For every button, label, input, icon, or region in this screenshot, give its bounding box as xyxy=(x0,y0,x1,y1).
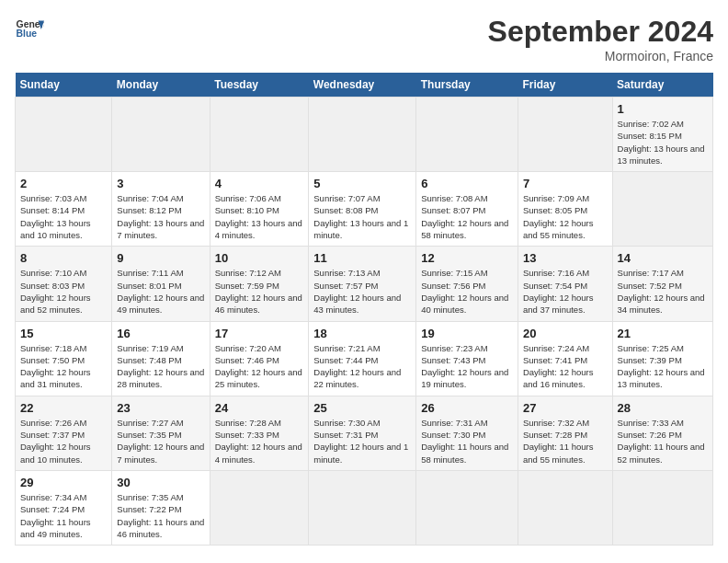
calendar-cell: 8Sunrise: 7:10 AMSunset: 8:03 PMDaylight… xyxy=(16,247,112,321)
calendar-cell: 19Sunrise: 7:23 AMSunset: 7:43 PMDayligh… xyxy=(416,321,518,396)
calendar-cell xyxy=(416,470,518,545)
day-info: Sunrise: 7:04 AMSunset: 8:12 PMDaylight:… xyxy=(117,192,204,241)
day-number: 16 xyxy=(117,327,204,340)
day-info: Sunrise: 7:07 AMSunset: 8:08 PMDaylight:… xyxy=(313,192,411,241)
calendar-cell: 18Sunrise: 7:21 AMSunset: 7:44 PMDayligh… xyxy=(309,321,416,396)
day-number: 15 xyxy=(20,327,107,340)
day-info: Sunrise: 7:16 AMSunset: 7:54 PMDaylight:… xyxy=(523,267,608,316)
svg-text:Blue: Blue xyxy=(17,29,38,39)
day-number: 30 xyxy=(117,476,204,489)
day-info: Sunrise: 7:18 AMSunset: 7:50 PMDaylight:… xyxy=(20,342,107,391)
day-info: Sunrise: 7:12 AMSunset: 7:59 PMDaylight:… xyxy=(215,267,304,316)
day-header-saturday: Saturday xyxy=(612,73,712,98)
day-info: Sunrise: 7:23 AMSunset: 7:43 PMDaylight:… xyxy=(421,342,513,391)
day-info: Sunrise: 7:09 AMSunset: 8:05 PMDaylight:… xyxy=(523,192,608,241)
calendar-cell: 9Sunrise: 7:11 AMSunset: 8:01 PMDaylight… xyxy=(112,247,210,321)
calendar-cell: 3Sunrise: 7:04 AMSunset: 8:12 PMDaylight… xyxy=(112,172,210,247)
header-row: SundayMondayTuesdayWednesdayThursdayFrid… xyxy=(16,73,713,98)
calendar-cell xyxy=(518,98,612,172)
day-number: 5 xyxy=(313,177,411,190)
calendar-cell xyxy=(309,98,416,172)
calendar-cell: 22Sunrise: 7:26 AMSunset: 7:37 PMDayligh… xyxy=(16,396,112,470)
calendar-cell xyxy=(112,98,210,172)
calendar-cell xyxy=(309,470,416,545)
day-number: 27 xyxy=(523,401,608,415)
day-info: Sunrise: 7:30 AMSunset: 7:31 PMDaylight:… xyxy=(313,417,411,465)
day-number: 24 xyxy=(215,401,304,415)
day-info: Sunrise: 7:32 AMSunset: 7:28 PMDaylight:… xyxy=(523,417,608,465)
calendar-cell: 1Sunrise: 7:02 AMSunset: 8:15 PMDaylight… xyxy=(612,98,712,172)
day-info: Sunrise: 7:33 AMSunset: 7:26 PMDaylight:… xyxy=(618,417,708,465)
calendar-cell: 15Sunrise: 7:18 AMSunset: 7:50 PMDayligh… xyxy=(16,321,112,396)
day-info: Sunrise: 7:15 AMSunset: 7:56 PMDaylight:… xyxy=(421,267,513,316)
logo: General Blue xyxy=(15,15,44,44)
calendar-cell: 29Sunrise: 7:34 AMSunset: 7:24 PMDayligh… xyxy=(16,470,112,545)
calendar-cell: 13Sunrise: 7:16 AMSunset: 7:54 PMDayligh… xyxy=(518,247,612,321)
day-number: 10 xyxy=(215,251,304,265)
day-number: 3 xyxy=(117,177,204,190)
day-info: Sunrise: 7:24 AMSunset: 7:41 PMDaylight:… xyxy=(523,342,608,391)
day-info: Sunrise: 7:13 AMSunset: 7:57 PMDaylight:… xyxy=(313,267,411,316)
calendar-cell: 24Sunrise: 7:28 AMSunset: 7:33 PMDayligh… xyxy=(210,396,309,470)
day-number: 13 xyxy=(523,251,608,265)
day-number: 14 xyxy=(618,251,708,265)
day-info: Sunrise: 7:25 AMSunset: 7:39 PMDaylight:… xyxy=(618,342,708,391)
day-info: Sunrise: 7:31 AMSunset: 7:30 PMDaylight:… xyxy=(421,417,513,465)
calendar-cell: 30Sunrise: 7:35 AMSunset: 7:22 PMDayligh… xyxy=(112,470,210,545)
day-number: 11 xyxy=(313,251,411,265)
day-header-thursday: Thursday xyxy=(416,73,518,98)
title-block: September 2024 Mormoiron, France xyxy=(488,15,713,63)
logo-icon: General Blue xyxy=(15,15,44,44)
day-number: 6 xyxy=(421,177,513,190)
day-info: Sunrise: 7:26 AMSunset: 7:37 PMDaylight:… xyxy=(20,417,107,465)
day-info: Sunrise: 7:35 AMSunset: 7:22 PMDaylight:… xyxy=(117,491,204,540)
calendar-cell: 6Sunrise: 7:08 AMSunset: 8:07 PMDaylight… xyxy=(416,172,518,247)
day-number: 19 xyxy=(421,327,513,340)
calendar-cell: 26Sunrise: 7:31 AMSunset: 7:30 PMDayligh… xyxy=(416,396,518,470)
day-number: 29 xyxy=(20,476,107,489)
week-row-4: 15Sunrise: 7:18 AMSunset: 7:50 PMDayligh… xyxy=(16,321,713,396)
main-title: September 2024 xyxy=(488,15,713,49)
day-number: 22 xyxy=(20,401,107,415)
calendar-cell: 21Sunrise: 7:25 AMSunset: 7:39 PMDayligh… xyxy=(612,321,712,396)
week-row-2: 2Sunrise: 7:03 AMSunset: 8:14 PMDaylight… xyxy=(16,172,713,247)
day-header-sunday: Sunday xyxy=(16,73,112,98)
day-number: 28 xyxy=(618,401,708,415)
day-info: Sunrise: 7:03 AMSunset: 8:14 PMDaylight:… xyxy=(20,192,107,241)
page-header: General Blue September 2024 Mormoiron, F… xyxy=(15,15,713,63)
day-number: 21 xyxy=(618,327,708,340)
day-info: Sunrise: 7:27 AMSunset: 7:35 PMDaylight:… xyxy=(117,417,204,465)
day-header-monday: Monday xyxy=(112,73,210,98)
day-info: Sunrise: 7:06 AMSunset: 8:10 PMDaylight:… xyxy=(215,192,304,241)
calendar-cell xyxy=(518,470,612,545)
calendar-cell: 28Sunrise: 7:33 AMSunset: 7:26 PMDayligh… xyxy=(612,396,712,470)
calendar-cell: 16Sunrise: 7:19 AMSunset: 7:48 PMDayligh… xyxy=(112,321,210,396)
day-number: 8 xyxy=(20,251,107,265)
calendar-cell: 14Sunrise: 7:17 AMSunset: 7:52 PMDayligh… xyxy=(612,247,712,321)
calendar-cell: 5Sunrise: 7:07 AMSunset: 8:08 PMDaylight… xyxy=(309,172,416,247)
calendar-cell: 23Sunrise: 7:27 AMSunset: 7:35 PMDayligh… xyxy=(112,396,210,470)
calendar-table: SundayMondayTuesdayWednesdayThursdayFrid… xyxy=(15,73,713,546)
calendar-cell: 10Sunrise: 7:12 AMSunset: 7:59 PMDayligh… xyxy=(210,247,309,321)
week-row-3: 8Sunrise: 7:10 AMSunset: 8:03 PMDaylight… xyxy=(16,247,713,321)
calendar-cell: 4Sunrise: 7:06 AMSunset: 8:10 PMDaylight… xyxy=(210,172,309,247)
day-number: 17 xyxy=(215,327,304,340)
calendar-cell xyxy=(612,172,712,247)
day-info: Sunrise: 7:21 AMSunset: 7:44 PMDaylight:… xyxy=(313,342,411,391)
day-number: 26 xyxy=(421,401,513,415)
calendar-cell: 2Sunrise: 7:03 AMSunset: 8:14 PMDaylight… xyxy=(16,172,112,247)
calendar-cell xyxy=(16,98,112,172)
day-number: 23 xyxy=(117,401,204,415)
day-info: Sunrise: 7:02 AMSunset: 8:15 PMDaylight:… xyxy=(618,118,708,167)
day-number: 18 xyxy=(313,327,411,340)
day-number: 2 xyxy=(20,177,107,190)
day-header-wednesday: Wednesday xyxy=(309,73,416,98)
calendar-cell xyxy=(210,470,309,545)
calendar-cell xyxy=(210,98,309,172)
day-number: 20 xyxy=(523,327,608,340)
day-info: Sunrise: 7:17 AMSunset: 7:52 PMDaylight:… xyxy=(618,267,708,316)
week-row-6: 29Sunrise: 7:34 AMSunset: 7:24 PMDayligh… xyxy=(16,470,713,545)
day-number: 7 xyxy=(523,177,608,190)
day-number: 9 xyxy=(117,251,204,265)
day-header-tuesday: Tuesday xyxy=(210,73,309,98)
